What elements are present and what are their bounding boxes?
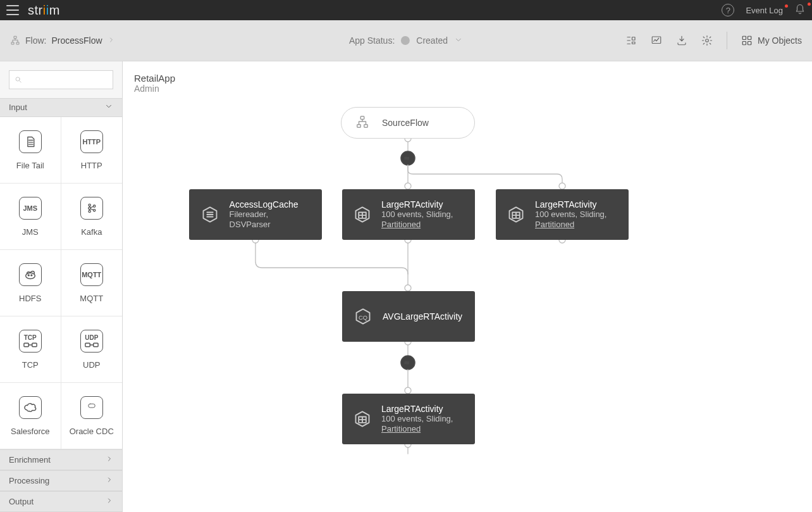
palette-label: Kafka bbox=[81, 227, 102, 237]
node-sourceflow[interactable]: SourceFlow bbox=[341, 107, 475, 139]
svg-point-28 bbox=[405, 183, 411, 189]
app-status: App Status: Created bbox=[349, 35, 463, 46]
oracle-icon bbox=[80, 396, 103, 419]
node-title: SourceFlow bbox=[382, 118, 429, 128]
node-avg-large-rt-activity[interactable]: CQ AVGLargeRTActivity bbox=[342, 291, 475, 342]
my-objects-button[interactable]: My Objects bbox=[741, 35, 802, 46]
svg-rect-7 bbox=[742, 42, 746, 45]
status-value: Created bbox=[416, 35, 448, 46]
kafka-icon bbox=[80, 197, 103, 220]
palette-jms[interactable]: JMS JMS bbox=[0, 184, 61, 250]
svg-rect-20 bbox=[85, 343, 90, 347]
svg-point-16 bbox=[28, 275, 29, 276]
breadcrumb-flow-name[interactable]: ProcessFlow bbox=[51, 35, 102, 46]
breadcrumb-flow-label[interactable]: Flow: bbox=[25, 35, 46, 46]
event-log-link[interactable]: Event Log bbox=[746, 6, 783, 15]
section-output[interactable]: Output bbox=[0, 491, 122, 512]
chevron-down-icon[interactable] bbox=[454, 35, 463, 46]
cache-icon bbox=[200, 205, 219, 224]
palette-udp[interactable]: UDP UDP bbox=[61, 316, 123, 383]
svg-rect-22 bbox=[89, 404, 95, 408]
search-input[interactable] bbox=[9, 70, 113, 89]
flow-canvas[interactable]: RetailApp Admin ≈ ≈ bbox=[123, 61, 812, 512]
node-partitioned-link[interactable]: Partitioned bbox=[535, 220, 574, 229]
palette-label: HDFS bbox=[19, 294, 41, 303]
node-subtitle: Filereader, DSVParser bbox=[230, 209, 311, 230]
udp-icon: UDP bbox=[80, 330, 103, 353]
palette-oracle-cdc[interactable]: Oracle CDC bbox=[61, 383, 123, 449]
svg-rect-18 bbox=[24, 343, 28, 347]
svg-rect-6 bbox=[747, 36, 751, 39]
section-enrichment[interactable]: Enrichment bbox=[0, 449, 122, 470]
palette-hdfs[interactable]: HDFS bbox=[0, 250, 61, 316]
palette-http[interactable]: HTTP HTTP bbox=[61, 117, 123, 184]
palette-label: JMS bbox=[22, 227, 39, 237]
palette-label: UDP bbox=[83, 360, 100, 370]
app-owner: Admin bbox=[134, 84, 175, 94]
file-icon bbox=[19, 130, 42, 153]
http-icon: HTTP bbox=[80, 130, 103, 153]
palette-label: Salesforce bbox=[11, 427, 49, 436]
node-title: LargeRTActivity bbox=[381, 199, 464, 209]
svg-rect-5 bbox=[742, 36, 746, 39]
chart-icon[interactable] bbox=[651, 35, 662, 46]
node-subtitle: 100 events, Sliding, bbox=[381, 209, 453, 219]
flow-icon bbox=[10, 35, 20, 46]
download-icon[interactable] bbox=[676, 35, 687, 46]
palette-mqtt[interactable]: MQTT MQTT bbox=[61, 250, 123, 316]
section-processing[interactable]: Processing bbox=[0, 470, 122, 491]
tree-view-icon[interactable] bbox=[625, 35, 637, 46]
palette-label: File Tail bbox=[16, 161, 44, 170]
chevron-down-icon bbox=[104, 102, 113, 113]
cq-icon: CQ bbox=[354, 307, 372, 326]
section-enrichment-label: Enrichment bbox=[9, 455, 51, 465]
svg-point-13 bbox=[93, 205, 95, 207]
palette-salesforce[interactable]: Salesforce bbox=[0, 383, 61, 449]
toolbar: Flow: ProcessFlow App Status: Created My… bbox=[0, 20, 812, 61]
node-accesslogcache[interactable]: AccessLogCache Filereader, DSVParser bbox=[189, 189, 322, 240]
node-title: AVGLargeRTActivity bbox=[383, 311, 462, 322]
section-input-label: Input bbox=[9, 103, 27, 112]
section-output-label: Output bbox=[9, 497, 34, 506]
notifications-icon[interactable] bbox=[794, 4, 806, 17]
palette-label: HTTP bbox=[81, 161, 102, 170]
svg-point-40 bbox=[405, 387, 411, 394]
svg-text:≈: ≈ bbox=[405, 154, 409, 163]
node-partitioned-link[interactable]: Partitioned bbox=[381, 220, 421, 229]
window-icon bbox=[354, 409, 371, 428]
event-log-label: Event Log bbox=[746, 6, 783, 15]
gear-icon[interactable] bbox=[701, 35, 713, 46]
search-input-field[interactable] bbox=[26, 75, 108, 84]
svg-point-17 bbox=[31, 275, 32, 276]
palette-file-tail[interactable]: File Tail bbox=[0, 117, 61, 184]
palette-kafka[interactable]: Kafka bbox=[61, 184, 123, 250]
status-prefix: App Status: bbox=[349, 35, 395, 46]
jms-icon: JMS bbox=[19, 197, 42, 220]
section-processing-label: Processing bbox=[9, 476, 49, 485]
notification-dot-icon bbox=[785, 4, 788, 8]
section-input[interactable]: Input bbox=[0, 98, 122, 117]
node-partitioned-link[interactable]: Partitioned bbox=[381, 424, 421, 434]
svg-text:≈: ≈ bbox=[405, 358, 409, 367]
menu-icon[interactable] bbox=[6, 4, 19, 16]
svg-point-9 bbox=[16, 77, 20, 81]
app-header: RetailApp Admin bbox=[134, 73, 175, 94]
node-large-rt-activity-2[interactable]: LargeRTActivity 100 events, Sliding, Par… bbox=[496, 189, 629, 240]
palette-label: TCP bbox=[22, 360, 39, 370]
flow-icon bbox=[355, 115, 369, 131]
svg-point-25 bbox=[401, 151, 415, 165]
chevron-right-icon bbox=[106, 476, 113, 485]
svg-point-14 bbox=[93, 209, 95, 211]
chevron-right-icon bbox=[108, 35, 115, 46]
node-subtitle: 100 events, Sliding, bbox=[535, 209, 606, 219]
tcp-icon: TCP bbox=[19, 330, 42, 353]
svg-point-34 bbox=[405, 285, 411, 291]
node-title: LargeRTActivity bbox=[381, 404, 464, 414]
svg-rect-3 bbox=[652, 37, 661, 44]
svg-rect-19 bbox=[32, 343, 37, 347]
help-icon[interactable]: ? bbox=[722, 4, 734, 16]
window-icon bbox=[354, 205, 371, 224]
palette-tcp[interactable]: TCP TCP bbox=[0, 316, 61, 383]
node-large-rt-activity-1[interactable]: LargeRTActivity 100 events, Sliding, Par… bbox=[342, 189, 475, 240]
node-large-rt-activity-3[interactable]: LargeRTActivity 100 events, Sliding, Par… bbox=[342, 394, 475, 444]
